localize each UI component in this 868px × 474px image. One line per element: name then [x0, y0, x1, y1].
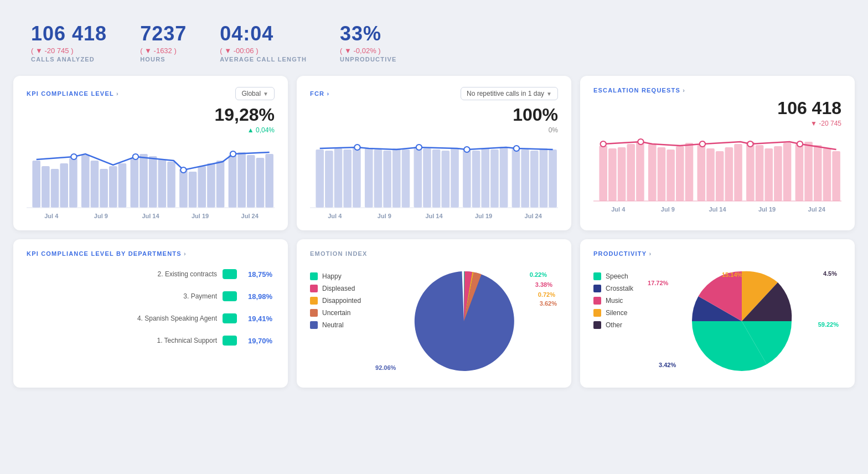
unproductive-label: UNPRODUCTIVE — [340, 56, 396, 63]
escalation-card: ESCALATION REQUESTS › 106 418 ▼ -20 745 — [580, 76, 855, 230]
svg-rect-71 — [706, 148, 715, 201]
legend-item-displeased: Displeased — [310, 285, 361, 292]
fcr-sub-value: 0% — [310, 126, 558, 134]
productivity-title-link[interactable]: PRODUCTIVITY — [593, 250, 647, 257]
fcr-dropdown[interactable]: No repetitive calls in 1 day ▼ — [461, 87, 558, 100]
dept-title-link[interactable]: KPI COMPLIANCE LEVEL BY DEPARTMENTS — [27, 250, 182, 257]
emotion-card-header: EMOTION INDEX — [310, 250, 558, 257]
dept-card-title: KPI COMPLIANCE LEVEL BY DEPARTMENTS › — [27, 250, 187, 257]
svg-rect-36 — [374, 150, 383, 208]
svg-rect-47 — [481, 148, 489, 208]
svg-rect-5 — [81, 155, 90, 208]
svg-rect-73 — [725, 147, 733, 201]
emotion-legend: Happy Displeased Disappointed Uncertain … — [310, 272, 361, 377]
dept-bar — [223, 313, 237, 323]
svg-rect-23 — [256, 158, 265, 208]
kpi-big-value: 19,28% — [27, 105, 275, 125]
unproductive-change: ( ▼ -0,02% ) — [340, 47, 396, 55]
svg-rect-38 — [392, 148, 401, 208]
dept-bar — [223, 336, 237, 346]
svg-point-26 — [133, 154, 138, 159]
svg-rect-22 — [247, 155, 255, 208]
dept-list: 2. Existing contracts 18,75% 3. Payment … — [27, 268, 275, 347]
legend-item-music: Music — [593, 297, 633, 305]
svg-rect-2 — [51, 169, 59, 208]
legend-item-other: Other — [593, 321, 633, 329]
svg-point-57 — [464, 147, 469, 152]
list-item: 3. Payment 18,98% — [27, 290, 275, 302]
svg-point-86 — [638, 139, 643, 145]
svg-rect-70 — [698, 145, 706, 201]
emotion-pie-area: 0.22% 3.38% 0.72% 3.62% 92.06% — [370, 266, 558, 377]
svg-rect-15 — [179, 169, 188, 208]
dept-bar-wrap — [223, 290, 242, 302]
svg-rect-37 — [383, 151, 391, 208]
escalation-title-link[interactable]: ESCALATION REQUESTS — [593, 87, 680, 94]
legend-item-uncertain: Uncertain — [310, 309, 361, 317]
svg-rect-0 — [32, 161, 40, 208]
other-pct-label: 4.5% — [823, 270, 837, 277]
svg-rect-34 — [353, 147, 361, 208]
svg-rect-42 — [432, 150, 441, 208]
svg-rect-61 — [608, 148, 617, 201]
svg-rect-3 — [60, 163, 68, 208]
svg-rect-46 — [472, 151, 480, 208]
svg-rect-44 — [451, 148, 459, 208]
svg-rect-84 — [832, 151, 840, 201]
svg-rect-79 — [783, 143, 792, 201]
svg-point-28 — [230, 151, 236, 157]
avg-call-value: 04:04 — [220, 22, 307, 45]
disappointed-pct-label: 0.72% — [538, 291, 555, 298]
escalation-x-labels: Jul 4 Jul 9 Jul 14 Jul 19 Jul 24 — [593, 204, 841, 213]
svg-rect-21 — [237, 152, 246, 208]
svg-rect-8 — [109, 166, 117, 208]
legend-item-disappointed: Disappointed — [310, 297, 361, 305]
svg-point-56 — [416, 145, 422, 150]
neutral-dot — [310, 321, 318, 329]
svg-rect-66 — [658, 147, 666, 201]
productivity-card-title: PRODUCTIVITY › — [593, 250, 652, 257]
dept-card: KPI COMPLIANCE LEVEL BY DEPARTMENTS › 2.… — [13, 239, 288, 388]
displeased-pct-label: 3.38% — [535, 281, 552, 288]
uncertain-dot — [310, 309, 318, 317]
svg-point-88 — [747, 141, 753, 147]
svg-rect-75 — [746, 142, 755, 201]
svg-rect-60 — [599, 146, 607, 201]
productivity-card-header: PRODUCTIVITY › — [593, 250, 841, 257]
svg-rect-17 — [198, 166, 206, 208]
dept-bar-wrap — [223, 268, 242, 280]
dept-name: 2. Existing contracts — [27, 270, 217, 278]
kpi-title-link[interactable]: KPI COMPLIANCE LEVEL — [27, 90, 114, 97]
other-dot — [593, 321, 601, 329]
productivity-legend: Speech Crosstalk Music Silence Other — [593, 272, 633, 377]
avg-call-change: ( ▼ -00:06 ) — [220, 47, 307, 55]
dept-name: 1. Technical Support — [27, 337, 217, 344]
dept-bar — [223, 269, 237, 279]
avg-call-label: AVERAGE CALL LENGTH — [220, 56, 307, 63]
dept-pct: 18,98% — [248, 292, 275, 301]
emotion-card-title: EMOTION INDEX — [310, 250, 368, 257]
dept-name: 3. Payment — [27, 292, 217, 300]
emotion-content: Happy Displeased Disappointed Uncertain … — [310, 266, 558, 377]
svg-rect-32 — [334, 148, 343, 208]
svg-rect-78 — [774, 146, 782, 201]
svg-rect-48 — [490, 150, 499, 208]
svg-rect-30 — [316, 150, 324, 208]
svg-rect-69 — [685, 143, 694, 201]
svg-rect-63 — [627, 144, 635, 201]
calls-analyzed-value: 106 418 — [31, 22, 107, 45]
stat-calls-analyzed: 106 418 ( ▼ -20 745 ) CALLS ANALYZED — [31, 22, 107, 63]
kpi-card-title: KPI COMPLIANCE LEVEL › — [27, 90, 119, 97]
speech-dot — [593, 272, 601, 280]
svg-rect-33 — [343, 150, 352, 208]
emotion-card: EMOTION INDEX Happy Displeased Disappoin… — [297, 239, 571, 388]
happy-dot — [310, 272, 318, 280]
svg-rect-68 — [676, 146, 684, 201]
svg-rect-4 — [69, 158, 78, 208]
fcr-title-link[interactable]: FCR › — [310, 90, 329, 97]
kpi-global-dropdown[interactable]: Global ▼ — [235, 87, 275, 100]
svg-rect-7 — [100, 169, 108, 208]
fcr-card-title: FCR › — [310, 90, 329, 97]
hours-change: ( ▼ -1632 ) — [140, 47, 187, 55]
uncertain-pct-label: 3.62% — [540, 300, 557, 307]
